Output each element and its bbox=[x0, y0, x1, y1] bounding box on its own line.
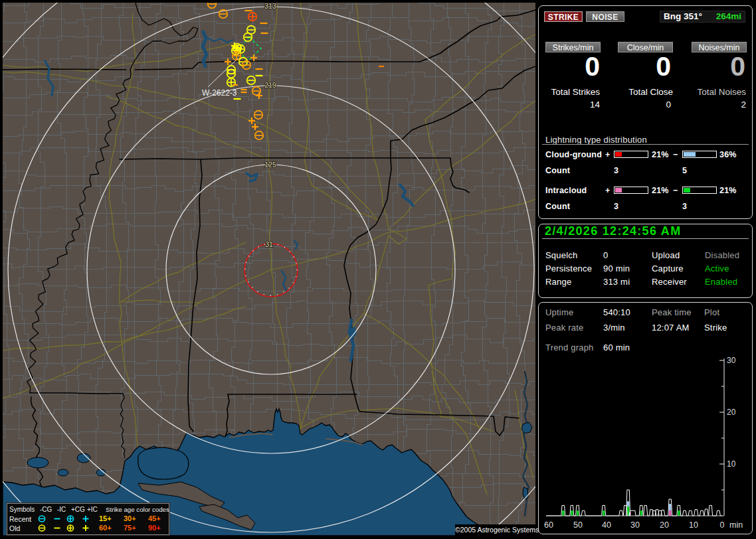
svg-text:60: 60 bbox=[544, 520, 553, 530]
svg-text:W-2622-3: W-2622-3 bbox=[202, 88, 237, 98]
svg-text:50: 50 bbox=[573, 520, 583, 530]
svg-text:30: 30 bbox=[630, 520, 640, 530]
svg-text:219: 219 bbox=[264, 81, 276, 89]
svg-text:0: 0 bbox=[720, 520, 725, 530]
svg-text:10: 10 bbox=[727, 459, 736, 469]
svg-text:30: 30 bbox=[727, 356, 736, 365]
svg-text:40: 40 bbox=[602, 520, 611, 530]
svg-text:10: 10 bbox=[689, 520, 698, 530]
svg-text:min: min bbox=[729, 520, 743, 530]
svg-text:20: 20 bbox=[727, 408, 736, 417]
svg-text:20: 20 bbox=[660, 520, 669, 530]
svg-text:125: 125 bbox=[264, 161, 276, 169]
svg-text:313: 313 bbox=[264, 3, 276, 10]
svg-text:31: 31 bbox=[265, 240, 273, 248]
